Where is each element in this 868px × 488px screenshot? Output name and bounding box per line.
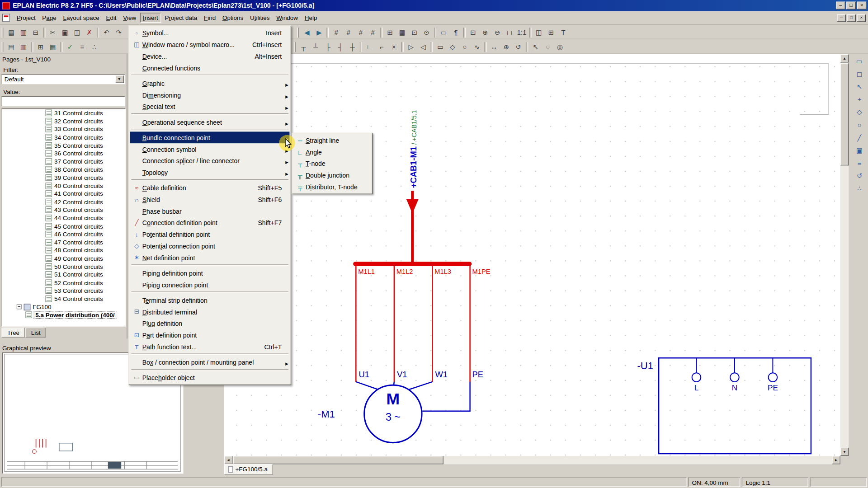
menu-item-topology[interactable]: Topology — [130, 167, 290, 178]
pointer[interactable]: ↖ — [854, 81, 865, 93]
tree-page-48-control-circuits[interactable]: 48 Control circuits — [2, 246, 125, 254]
tree-page-33-control-circuits[interactable]: 33 Control circuits — [2, 125, 125, 133]
lasso-tool[interactable]: ◌ — [542, 41, 554, 53]
grid-size-2[interactable]: # — [343, 27, 354, 38]
message-management[interactable]: ≡ — [76, 41, 88, 53]
submenu-item-distributor-t-node[interactable]: ╤ Distributor, T-node — [293, 181, 371, 192]
menu-item-window-macro-symbol-macro[interactable]: ◫ Window macro / symbol macro... Ctrl+In… — [130, 39, 290, 51]
angle-up-right[interactable]: ⌐ — [376, 41, 387, 53]
increment[interactable]: ⊙ — [421, 27, 433, 38]
menu-item-graphic[interactable]: Graphic — [130, 77, 290, 89]
graphical-preview-toggle[interactable]: ◫ — [533, 27, 545, 38]
v-scrollbar-thumb[interactable] — [840, 63, 849, 166]
menu-project-data[interactable]: Project data — [162, 13, 200, 23]
layer-list[interactable]: ≡ — [854, 157, 865, 169]
curve-tool[interactable]: ∿ — [471, 41, 483, 53]
menu-edit[interactable]: Edit — [103, 13, 119, 23]
rotate-tool[interactable]: ↺ — [513, 41, 524, 53]
menu-item-connection-symbol[interactable]: Connection symbol — [130, 143, 290, 155]
scroll-right-icon[interactable] — [832, 456, 840, 464]
tree-page-38-control-circuits[interactable]: 38 Control circuits — [2, 165, 125, 174]
tree-page-40-control-circuits[interactable]: 40 Control circuits — [2, 182, 125, 190]
menu-help[interactable]: Help — [302, 13, 320, 23]
coordinate-input[interactable]: ⊡ — [409, 27, 420, 38]
tree-page-44-control-circuits[interactable]: 44 Control circuits — [2, 214, 125, 222]
circle-tool[interactable]: ○ — [459, 41, 471, 53]
zoom-in[interactable]: ⊕ — [479, 27, 491, 38]
toolbar-grip[interactable] — [2, 28, 4, 38]
menu-item-connection-splicer-line-connector[interactable]: Connection splicer / line connector — [130, 155, 290, 167]
tree-page-39-control-circuits[interactable]: 39 Control circuits — [2, 174, 125, 182]
fill-surface[interactable]: ▣ — [854, 145, 865, 156]
measure-tool[interactable]: ◎ — [554, 41, 566, 53]
tree-page-35-control-circuits[interactable]: 35 Control circuits — [2, 141, 125, 150]
layer-management[interactable]: ▥ — [18, 41, 29, 53]
pages-tree[interactable]: 31 Control circuits 32 Control circuits … — [2, 108, 126, 326]
menu-item-phase-busbar[interactable]: Phase busbar — [130, 205, 290, 217]
menu-project[interactable]: Project — [14, 13, 38, 23]
mdi-minimize[interactable]: – — [837, 14, 846, 21]
tree-node-fg100[interactable]: FG100 — [2, 303, 125, 311]
zoom-window[interactable]: ⊡ — [467, 27, 479, 38]
toolbar-grip[interactable] — [294, 42, 296, 52]
zoom-fit[interactable]: ◻ — [504, 27, 515, 38]
potential-arrow[interactable]: ◁ — [417, 41, 429, 53]
t-node-up[interactable]: ┴ — [310, 41, 322, 53]
menu-item-path-function-text[interactable]: T Path function text... Ctrl+T — [130, 341, 290, 352]
device-selection[interactable]: ▦ — [47, 41, 59, 53]
tree-page-46-control-circuits[interactable]: 46 Control circuits — [2, 230, 125, 238]
copy-tool[interactable]: ⊕ — [500, 41, 512, 53]
submenu-item-angle[interactable]: ∟ Angle — [293, 146, 371, 158]
mdi-document-icon[interactable] — [2, 14, 10, 22]
t-node-right[interactable]: ├ — [322, 41, 334, 53]
menu-item-connection-definition-point[interactable]: ╱ Connection definition point Shift+F7 — [130, 217, 290, 229]
menu-item-bundle-connection-point[interactable]: Bundle connection point — [130, 131, 290, 143]
open-project[interactable]: ▤ — [5, 27, 17, 38]
tree-page-43-control-circuits[interactable]: 43 Control circuits — [2, 206, 125, 214]
vertical-scrollbar[interactable] — [840, 54, 849, 456]
tree-page-54-control-circuits[interactable]: 54 Control circuits — [2, 295, 125, 303]
view-options[interactable]: ∴ — [854, 183, 865, 194]
menu-item-part-definition-point[interactable]: ⊡ Part definition point — [130, 329, 290, 341]
undo[interactable]: ↶ — [101, 27, 113, 38]
menu-item-potential-connection-point[interactable]: ◇ Potential connection point — [130, 240, 290, 252]
interruption-point[interactable]: ▷ — [405, 41, 417, 53]
menu-item-special-text[interactable]: Special text — [130, 101, 290, 113]
menu-window[interactable]: Window — [274, 13, 301, 23]
special-characters[interactable]: ¶ — [450, 27, 462, 38]
redo[interactable]: ↷ — [113, 27, 125, 38]
menu-options[interactable]: Options — [220, 13, 246, 23]
zoom-1-1[interactable]: 1:1 — [516, 27, 528, 38]
t-node-down[interactable]: ┬ — [298, 41, 310, 53]
menu-item-piping-definition-point[interactable]: Piping definition point — [130, 267, 290, 279]
grid-display[interactable]: ▦ — [396, 27, 408, 38]
filter-select[interactable]: Default — [2, 74, 125, 84]
rectangle-tool[interactable]: ▭ — [434, 41, 446, 53]
tree-page-32-control-circuits[interactable]: 32 Control circuits — [2, 117, 125, 125]
h-scrollbar-thumb[interactable] — [233, 456, 443, 464]
tab-list[interactable]: List — [26, 328, 46, 338]
terminal-box[interactable] — [659, 358, 811, 454]
menu-item-symbol[interactable]: ▫ Symbol... Insert — [130, 27, 290, 39]
menu-utilities[interactable]: Utilities — [247, 13, 273, 23]
t-node-left[interactable]: ┤ — [335, 41, 346, 53]
cross-junction[interactable]: ┼ — [347, 41, 359, 53]
sheet-tab-active[interactable]: +FG100/5.a — [224, 464, 273, 474]
tree-page-41-control-circuits[interactable]: 41 Control circuits — [2, 190, 125, 198]
page-back[interactable]: ◀ — [301, 27, 313, 38]
tree-page-51-control-circuits[interactable]: 51 Control circuits — [2, 271, 125, 279]
tree-page-50-control-circuits[interactable]: 50 Control circuits — [2, 263, 125, 271]
submenu-item-double-junction[interactable]: ╥ Double junction — [293, 169, 371, 181]
page-navigator[interactable]: ▤ — [5, 41, 17, 53]
menu-layout-space[interactable]: Layout space — [60, 13, 102, 23]
bundle-cable[interactable] — [353, 191, 472, 381]
menu-item-device[interactable]: Device... Alt+Insert — [130, 50, 290, 62]
window-minimize[interactable]: – — [836, 2, 845, 9]
menu-find[interactable]: Find — [201, 13, 218, 23]
ruler[interactable]: ▭ — [438, 27, 450, 38]
menu-item-shield[interactable]: ∩ Shield Shift+F6 — [130, 194, 290, 206]
tree-page-52-control-circuits[interactable]: 52 Control circuits — [2, 278, 125, 286]
menu-view[interactable]: View — [120, 13, 139, 23]
paste[interactable]: ◫ — [71, 27, 83, 38]
menu-item-box-connection-point-mounting-panel[interactable]: Box / connection point / mounting panel — [130, 357, 290, 368]
